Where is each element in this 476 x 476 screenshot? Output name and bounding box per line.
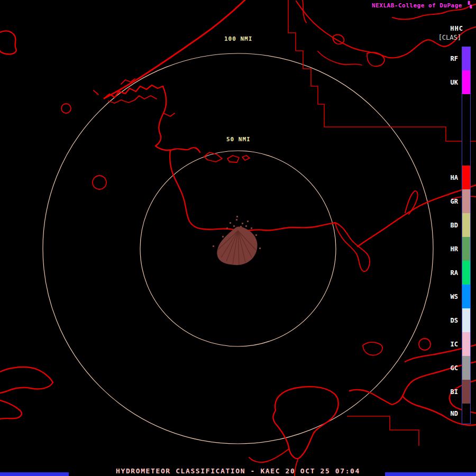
legend-label: UK [451,79,458,86]
legend-row-ra: RA [451,261,471,285]
legend-label: IC [451,341,458,348]
legend-label: RF [451,55,458,62]
product-code-label: HHC [450,25,463,32]
legend-gap [451,94,471,166]
cod-logo-icon: ▚ [468,1,472,8]
legend-swatch [462,356,471,380]
legend-swatch [462,166,471,189]
legend-swatch [462,261,471,285]
range-ring-label-100nmi: 100 NMI [224,35,252,42]
status-bar: HYDROMETEOR CLASSIFICATION - KAEC 20 OCT… [0,467,476,475]
legend-row-hr: HR [451,237,471,261]
legend-swatch [462,237,471,261]
legend-row-ha: HA [451,166,471,189]
legend-label: DS [451,317,458,324]
legend-swatch [462,332,471,356]
legend-label: GR [451,198,458,205]
legend-label: HA [451,174,458,181]
radar-echo [213,216,261,265]
legend-label: BD [451,222,458,229]
legend-swatch [462,70,471,94]
legend-row-uk: UK [451,70,471,94]
legend-label: RA [451,269,458,277]
legend-row-ws: WS [451,285,471,308]
legend-row-ds: DS [451,308,471,332]
product-tag-label: [CLAS] [438,34,461,41]
legend-row-bi: BI [451,380,471,404]
legend-swatch [462,285,471,308]
zone-boundaries [288,0,476,446]
legend-row-nd: ND [451,404,471,424]
legend-swatch [462,308,471,332]
legend-swatch [462,213,471,237]
radar-display: { "colors": { "background": "#000000", "… [0,0,476,476]
legend-row-bd: BD [451,213,471,237]
legend-row-gc: GC [451,356,471,380]
legend-label: GC [451,364,458,372]
brand-title: NEXLAB-College of DuPage [372,2,462,9]
legend-row-gr: GR [451,189,471,213]
legend-label: HR [451,245,458,253]
legend-label: ND [451,410,458,417]
legend-swatch [462,380,471,404]
legend-swatch [462,47,471,71]
radar-map [0,0,476,476]
legend-swatch [462,404,471,424]
legend-label: WS [451,293,458,300]
legend-row-rf: RF [451,47,471,70]
legend-label: BI [451,388,458,396]
legend-swatch [462,189,471,213]
classification-legend: RF UK HA GR BD HR RA WS DS IC GC [451,47,471,424]
range-ring-label-50nmi: 50 NMI [226,136,251,143]
legend-swatch-empty [462,94,471,166]
legend-row-ic: IC [451,332,471,356]
